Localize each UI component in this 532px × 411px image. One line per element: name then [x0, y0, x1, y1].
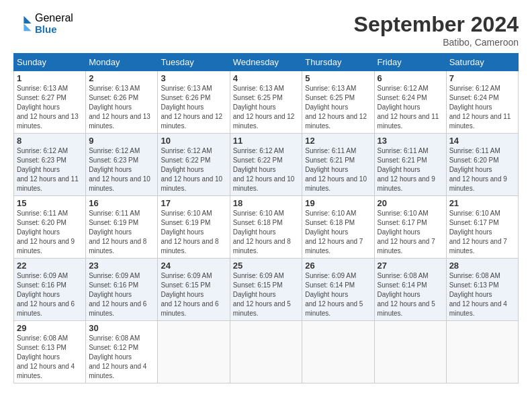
table-row: 23Sunrise: 6:09 AMSunset: 6:16 PMDayligh…	[86, 259, 158, 321]
logo-text: General Blue	[35, 12, 73, 35]
table-row: 8Sunrise: 6:12 AMSunset: 6:23 PMDaylight…	[14, 134, 86, 196]
header-wednesday: Wednesday	[230, 54, 302, 71]
table-row: 13Sunrise: 6:11 AMSunset: 6:21 PMDayligh…	[374, 134, 446, 196]
table-row: 9Sunrise: 6:12 AMSunset: 6:23 PMDaylight…	[86, 134, 158, 196]
table-row: 29Sunrise: 6:08 AMSunset: 6:13 PMDayligh…	[14, 321, 86, 383]
svg-marker-1	[24, 24, 31, 31]
table-row	[158, 321, 230, 383]
header-sunday: Sunday	[14, 54, 86, 71]
location: Batibo, Cameroon	[354, 37, 519, 48]
table-row: 28Sunrise: 6:08 AMSunset: 6:13 PMDayligh…	[446, 259, 518, 321]
table-row: 11Sunrise: 6:12 AMSunset: 6:22 PMDayligh…	[230, 134, 302, 196]
table-row: 14Sunrise: 6:11 AMSunset: 6:20 PMDayligh…	[446, 134, 518, 196]
table-row: 27Sunrise: 6:08 AMSunset: 6:14 PMDayligh…	[374, 259, 446, 321]
table-row: 20Sunrise: 6:10 AMSunset: 6:17 PMDayligh…	[374, 196, 446, 259]
table-row: 15Sunrise: 6:11 AMSunset: 6:20 PMDayligh…	[14, 196, 86, 259]
table-row: 12Sunrise: 6:11 AMSunset: 6:21 PMDayligh…	[302, 134, 374, 196]
table-row: 10Sunrise: 6:12 AMSunset: 6:22 PMDayligh…	[158, 134, 230, 196]
header-friday: Friday	[374, 54, 446, 71]
calendar-week-row: 29Sunrise: 6:08 AMSunset: 6:13 PMDayligh…	[14, 321, 519, 383]
table-row: 25Sunrise: 6:09 AMSunset: 6:15 PMDayligh…	[230, 259, 302, 321]
table-row	[446, 321, 518, 383]
table-row: 18Sunrise: 6:10 AMSunset: 6:18 PMDayligh…	[230, 196, 302, 259]
table-row: 16Sunrise: 6:11 AMSunset: 6:19 PMDayligh…	[86, 196, 158, 259]
header-tuesday: Tuesday	[158, 54, 230, 71]
title-block: September 2024 Batibo, Cameroon	[354, 12, 519, 48]
table-row	[302, 321, 374, 383]
table-row: 21Sunrise: 6:10 AMSunset: 6:17 PMDayligh…	[446, 196, 518, 259]
header-saturday: Saturday	[446, 54, 518, 71]
svg-marker-0	[24, 16, 31, 24]
table-row: 17Sunrise: 6:10 AMSunset: 6:19 PMDayligh…	[158, 196, 230, 259]
logo-blue: Blue	[35, 24, 73, 36]
table-row: 3Sunrise: 6:13 AMSunset: 6:26 PMDaylight…	[158, 71, 230, 134]
logo-general: General	[35, 12, 73, 24]
table-row: 5Sunrise: 6:13 AMSunset: 6:25 PMDaylight…	[302, 71, 374, 134]
table-row: 2Sunrise: 6:13 AMSunset: 6:26 PMDaylight…	[86, 71, 158, 134]
table-row: 24Sunrise: 6:09 AMSunset: 6:15 PMDayligh…	[158, 259, 230, 321]
calendar-week-row: 22Sunrise: 6:09 AMSunset: 6:16 PMDayligh…	[14, 259, 519, 321]
calendar-week-row: 15Sunrise: 6:11 AMSunset: 6:20 PMDayligh…	[14, 196, 519, 259]
table-row: 7Sunrise: 6:12 AMSunset: 6:24 PMDaylight…	[446, 71, 518, 134]
table-row: 6Sunrise: 6:12 AMSunset: 6:24 PMDaylight…	[374, 71, 446, 134]
table-row	[374, 321, 446, 383]
calendar-header-row: Sunday Monday Tuesday Wednesday Thursday…	[14, 54, 519, 71]
table-row: 1Sunrise: 6:13 AMSunset: 6:27 PMDaylight…	[14, 71, 86, 134]
table-row: 4Sunrise: 6:13 AMSunset: 6:25 PMDaylight…	[230, 71, 302, 134]
table-row: 19Sunrise: 6:10 AMSunset: 6:18 PMDayligh…	[302, 196, 374, 259]
table-row: 26Sunrise: 6:09 AMSunset: 6:14 PMDayligh…	[302, 259, 374, 321]
calendar-week-row: 8Sunrise: 6:12 AMSunset: 6:23 PMDaylight…	[14, 134, 519, 196]
logo-icon	[13, 14, 32, 33]
calendar-week-row: 1Sunrise: 6:13 AMSunset: 6:27 PMDaylight…	[14, 71, 519, 134]
header-thursday: Thursday	[302, 54, 374, 71]
calendar-table: Sunday Monday Tuesday Wednesday Thursday…	[13, 53, 519, 383]
month-title: September 2024	[354, 12, 519, 37]
header-monday: Monday	[86, 54, 158, 71]
table-row: 30Sunrise: 6:08 AMSunset: 6:12 PMDayligh…	[86, 321, 158, 383]
page-header: General Blue September 2024 Batibo, Came…	[13, 12, 519, 48]
table-row: 22Sunrise: 6:09 AMSunset: 6:16 PMDayligh…	[14, 259, 86, 321]
logo: General Blue	[13, 12, 73, 35]
table-row	[230, 321, 302, 383]
